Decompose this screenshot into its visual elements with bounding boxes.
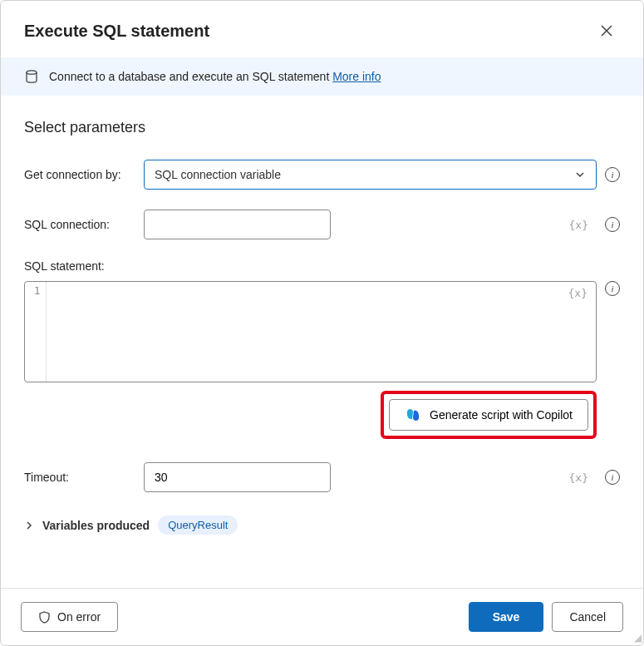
dialog-footer: On error Save Cancel xyxy=(1,588,643,645)
banner-text: Connect to a database and execute an SQL… xyxy=(49,70,381,83)
line-gutter: 1 xyxy=(28,282,47,382)
info-icon[interactable]: i xyxy=(605,167,620,182)
copilot-icon xyxy=(405,407,421,423)
connection-by-value: SQL connection variable xyxy=(155,168,281,181)
sql-connection-input[interactable] xyxy=(144,210,331,239)
sql-statement-block: SQL statement: 1 {x} i xyxy=(24,259,620,382)
dialog-header: Execute SQL statement xyxy=(1,1,643,57)
info-icon[interactable]: i xyxy=(605,217,620,232)
info-icon[interactable]: i xyxy=(605,470,620,485)
copilot-button-label: Generate script with Copilot xyxy=(430,408,573,422)
variable-icon: {x} xyxy=(569,219,588,231)
chevron-right-icon xyxy=(24,520,34,530)
info-banner: Connect to a database and execute an SQL… xyxy=(1,57,643,96)
cancel-button[interactable]: Cancel xyxy=(552,602,623,632)
save-button[interactable]: Save xyxy=(469,602,544,632)
sql-statement-input[interactable] xyxy=(47,282,596,382)
shield-icon xyxy=(38,611,51,624)
chevron-down-icon xyxy=(574,169,586,180)
timeout-label: Timeout: xyxy=(24,471,137,484)
sql-statement-editor[interactable]: 1 {x} xyxy=(24,281,597,382)
on-error-button[interactable]: On error xyxy=(21,602,118,632)
dialog-content: Select parameters Get connection by: SQL… xyxy=(1,96,643,588)
variable-badge[interactable]: QueryResult xyxy=(158,515,238,535)
connection-by-label: Get connection by: xyxy=(24,168,137,181)
generate-copilot-button[interactable]: Generate script with Copilot xyxy=(389,399,588,431)
highlight-box: Generate script with Copilot xyxy=(381,391,597,439)
sql-statement-label: SQL statement: xyxy=(24,259,620,273)
connection-by-select[interactable]: SQL connection variable xyxy=(144,160,597,190)
on-error-label: On error xyxy=(57,610,101,624)
close-button[interactable] xyxy=(593,17,620,44)
variable-icon: {x} xyxy=(569,471,588,484)
more-info-link[interactable]: More info xyxy=(332,70,381,83)
dialog-title: Execute SQL statement xyxy=(24,22,209,41)
info-icon[interactable]: i xyxy=(605,281,620,296)
svg-point-0 xyxy=(27,71,37,74)
timeout-input[interactable] xyxy=(144,462,331,492)
timeout-row: Timeout: {x} i xyxy=(24,462,620,492)
variable-icon: {x} xyxy=(568,287,587,299)
connection-by-row: Get connection by: SQL connection variab… xyxy=(24,160,620,190)
sql-connection-row: SQL connection: {x} i xyxy=(24,210,620,239)
sql-connection-label: SQL connection: xyxy=(24,218,137,231)
copilot-row: Generate script with Copilot xyxy=(24,391,620,439)
variables-produced-label: Variables produced xyxy=(42,519,150,532)
close-icon xyxy=(601,25,612,37)
variables-produced-row[interactable]: Variables produced QueryResult xyxy=(24,515,620,535)
section-title: Select parameters xyxy=(24,119,620,136)
database-icon xyxy=(24,69,39,84)
